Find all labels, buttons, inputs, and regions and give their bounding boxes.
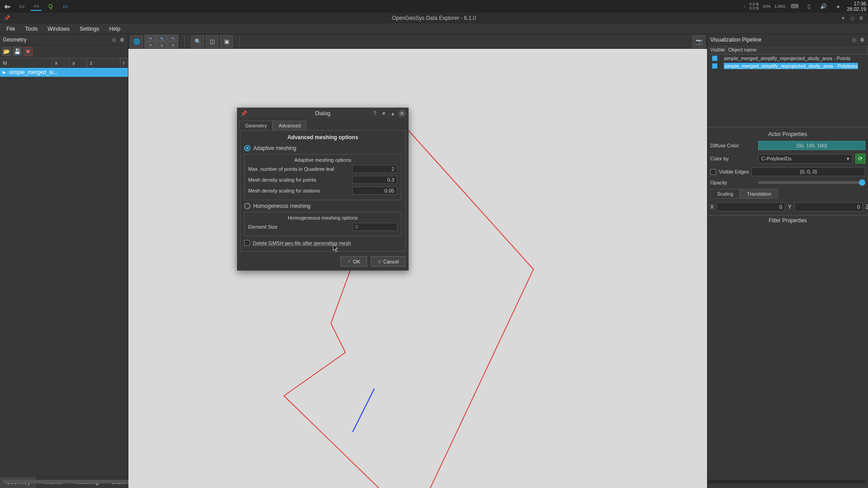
tree-expand-icon[interactable]: ▶ bbox=[3, 70, 7, 75]
diffuse-label: Diffuse Color bbox=[710, 143, 755, 148]
cpu2: 1.05G bbox=[774, 5, 786, 9]
y-input[interactable] bbox=[794, 202, 863, 211]
cpu1: 10% bbox=[763, 5, 771, 9]
panel-float-icon[interactable]: ◇ bbox=[111, 37, 117, 43]
radio-adaptive-label[interactable]: Adaptive meshing bbox=[253, 145, 296, 151]
col-id[interactable]: Id bbox=[0, 58, 52, 67]
radio-homogeneous-label[interactable]: Homogeneous meshing bbox=[253, 203, 311, 209]
refresh-button[interactable]: ⟳ bbox=[855, 154, 865, 164]
view-btn-3[interactable]: +z bbox=[167, 35, 178, 41]
col-z[interactable]: z bbox=[87, 58, 120, 67]
task-app-qgis[interactable]: Q bbox=[45, 2, 56, 11]
open-folder-button[interactable]: 📂 bbox=[2, 47, 11, 56]
vis-check-1[interactable] bbox=[712, 63, 717, 69]
x-label: X bbox=[710, 202, 714, 211]
task-app-3[interactable]: ▭ bbox=[60, 2, 71, 11]
view-btn-5[interactable]: -y bbox=[156, 42, 167, 48]
adaptive-group-title: Adaptive meshing options bbox=[248, 156, 397, 164]
viscol-object[interactable]: Object name bbox=[726, 45, 868, 54]
viewport[interactable]: y x z 📌 Dialog ? ▾ ▴ ✕ bbox=[128, 49, 707, 488]
save-button[interactable]: 💾 bbox=[13, 47, 22, 56]
tray-battery-icon[interactable]: ▯ bbox=[803, 2, 814, 11]
cancel-dot-icon: ⊘ bbox=[377, 258, 382, 264]
element-size-input[interactable] bbox=[352, 223, 397, 231]
tray-chevron-icon[interactable]: ◂ bbox=[832, 2, 843, 11]
visible-edges-value[interactable]: (0, 0, 0) bbox=[751, 167, 865, 176]
menu-help[interactable]: Help bbox=[104, 25, 125, 33]
vis-panel-float-icon[interactable]: ◇ bbox=[851, 37, 857, 43]
ok-button[interactable]: ✓OK bbox=[340, 256, 367, 267]
clock-time: 17:36 bbox=[847, 1, 866, 6]
x-input[interactable] bbox=[717, 202, 785, 211]
menu-windows[interactable]: Windows bbox=[43, 25, 74, 33]
tray-keyboard-icon[interactable]: ⌨ bbox=[789, 2, 800, 11]
view-btn-1[interactable]: +x bbox=[145, 35, 156, 41]
dialog-maximize-icon[interactable]: ▴ bbox=[389, 110, 396, 117]
menu-settings[interactable]: Settings bbox=[75, 25, 104, 33]
view-btn-2[interactable]: +y bbox=[156, 35, 167, 41]
delete-gmsh-checkbox[interactable] bbox=[244, 240, 250, 246]
vis-panel-close-icon[interactable]: ⊗ bbox=[859, 37, 865, 43]
minimize-icon[interactable]: ▾ bbox=[840, 15, 846, 21]
cancel-button[interactable]: ⊘Cancel bbox=[371, 256, 406, 267]
delete-button[interactable]: ✖ bbox=[24, 47, 33, 56]
col-x[interactable]: x bbox=[52, 58, 70, 67]
globe-icon[interactable]: 🌐 bbox=[130, 35, 143, 48]
close-icon[interactable]: ⊗ bbox=[858, 15, 864, 21]
element-size-label: Element Size bbox=[248, 224, 352, 230]
menu-tools[interactable]: Tools bbox=[20, 25, 42, 33]
wireframe-icon[interactable]: ◫ bbox=[206, 35, 218, 48]
dialog-tab-geometry[interactable]: Geometry bbox=[239, 121, 273, 130]
dialog-title: Dialog bbox=[315, 110, 330, 117]
task-app-1[interactable]: ▭ bbox=[16, 2, 27, 11]
view-btn-4[interactable]: -x bbox=[145, 42, 156, 48]
visible-edges-label[interactable]: Visible Edges bbox=[719, 169, 749, 174]
maximize-icon[interactable]: ◇ bbox=[849, 15, 855, 21]
task-app-2[interactable]: ▭ bbox=[31, 2, 42, 11]
app-launcher-icon[interactable]: ◆▸ bbox=[2, 2, 13, 11]
dialog-close-icon[interactable]: ✕ bbox=[398, 110, 406, 117]
scene: y x z bbox=[128, 49, 707, 488]
refresh-icon: ⟳ bbox=[858, 155, 863, 162]
vis-check-0[interactable] bbox=[712, 56, 717, 61]
col-r[interactable]: r bbox=[120, 58, 128, 67]
density-points-input[interactable] bbox=[352, 176, 397, 184]
radio-adaptive[interactable] bbox=[244, 145, 250, 151]
vis-name-0: simple_merged_simplify_reprojected_study… bbox=[724, 56, 850, 61]
dialog-pin-icon[interactable]: 📌 bbox=[240, 110, 247, 117]
pin-icon[interactable]: 📌 bbox=[4, 15, 10, 21]
menu-file[interactable]: File bbox=[2, 25, 19, 33]
view-btn-6[interactable]: -z bbox=[167, 42, 178, 48]
dialog-minimize-icon[interactable]: ▾ bbox=[380, 110, 387, 117]
clock-date: 28.02.19 bbox=[847, 6, 866, 12]
panel-close-icon[interactable]: ⊗ bbox=[119, 37, 125, 43]
col-y[interactable]: y bbox=[70, 58, 87, 67]
homogeneous-group: Homogeneous meshing options Element Size bbox=[244, 212, 401, 236]
solid-icon[interactable]: ▣ bbox=[220, 35, 233, 48]
density-stations-input[interactable] bbox=[352, 187, 397, 195]
tab-translation[interactable]: Translation bbox=[740, 189, 778, 199]
zoom-icon[interactable]: 🔍 bbox=[191, 35, 204, 48]
viscol-visible[interactable]: Visible bbox=[708, 45, 726, 54]
geometry-tree-item[interactable]: ▶ simple_merged_si... bbox=[0, 68, 128, 77]
dialog-help-icon[interactable]: ? bbox=[371, 110, 378, 117]
geometry-table-header: Id x y z r bbox=[0, 58, 128, 68]
z-label: Z bbox=[866, 202, 868, 211]
radio-homogeneous[interactable] bbox=[244, 203, 250, 209]
right-panel: Visualization Pipeline ◇ ⊗ Visible Objec… bbox=[707, 34, 868, 488]
vis-row-0[interactable]: simple_merged_simplify_reprojected_study… bbox=[708, 55, 868, 62]
tab-scaling[interactable]: Scaling bbox=[710, 189, 740, 199]
vis-row-1[interactable]: simple_merged_simplify_reprojected_study… bbox=[708, 62, 868, 70]
opacity-slider[interactable] bbox=[758, 181, 865, 184]
dialog-section-title: Advanced meshing options bbox=[244, 134, 401, 144]
taskbar: ◆▸ ▭ ▭ Q ▭ ↓ 0.0 B 0.0 B 10% 1.05G ⌨ ▯ 🔊… bbox=[0, 0, 868, 13]
dialog-tab-advanced[interactable]: Advanced bbox=[273, 121, 307, 130]
colorby-select[interactable]: C-PolylineIDs ▾ bbox=[758, 154, 853, 164]
tray-volume-icon[interactable]: 🔊 bbox=[818, 2, 829, 11]
window-titlebar: 📌 OpenGeoSys Data Explorer - 6.1.0 ▾ ◇ ⊗ bbox=[0, 13, 868, 23]
max-points-input[interactable] bbox=[352, 165, 397, 173]
camera-icon[interactable]: 📷 bbox=[693, 35, 705, 48]
diffuse-value[interactable]: (50, 100, 100) bbox=[758, 141, 865, 150]
visible-edges-checkbox[interactable] bbox=[710, 169, 716, 175]
geometry-tree[interactable]: ▶ simple_merged_si... bbox=[0, 68, 128, 476]
